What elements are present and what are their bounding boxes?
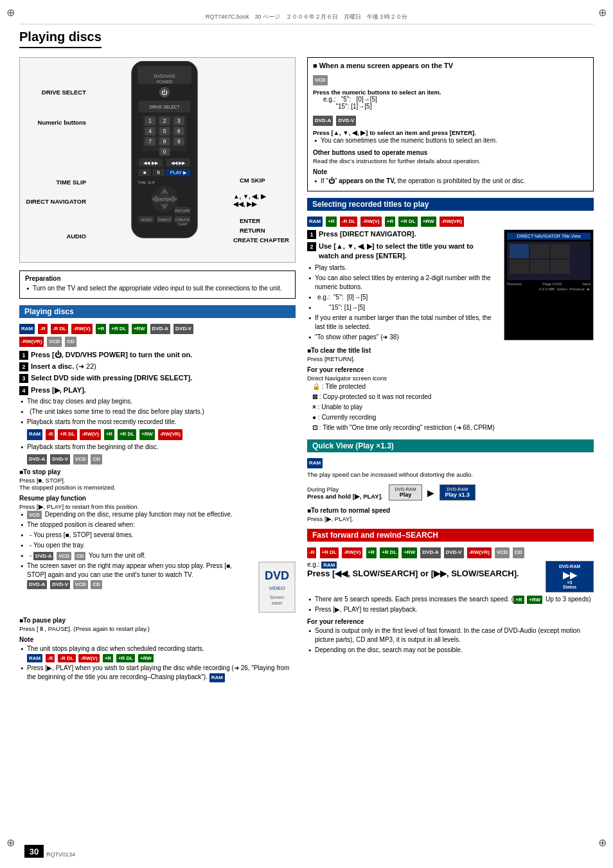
step-num-2: 2	[19, 362, 28, 371]
qv-press-hold: Press and hold [▶, PLAY].	[307, 493, 382, 500]
label-numeric: Numeric buttons	[25, 119, 86, 127]
badge-rplusdl: +R DL	[109, 324, 128, 334]
svg-text:⏻: ⏻	[162, 89, 168, 96]
nav-item-4	[510, 260, 529, 274]
nav-item-1	[510, 244, 529, 258]
play-indicator: DVD-RAM Play ▶ DVD-RAM Play x1.3	[389, 484, 475, 500]
clear-list-heading: ■To clear the title list	[307, 347, 594, 354]
play-x13-label: Play x1.3	[445, 492, 470, 498]
stop-bullet-vcd: VCD Depending on the disc, resume play f…	[27, 510, 296, 519]
remote-svg: DVD/VHS POWER ⏻ DRIVE SELECT 1 2 3 4	[81, 61, 248, 241]
sel-badge-rplus: +R	[326, 217, 336, 227]
nav-thumb-inner	[507, 242, 591, 280]
note-bullet-1: The unit stops playing a disc when sched…	[27, 644, 296, 662]
sel-bullet-play: Play starts.	[315, 263, 493, 272]
sel-badge-rwv: -RW(V)	[360, 217, 382, 227]
svg-text:CHAP: CHAP	[177, 222, 188, 226]
ff-heading: Fast forward and rewind–SEARCH	[307, 529, 594, 542]
sel-step-text-1: Press [DIRECT NAVIGATOR].	[319, 229, 416, 239]
sel-step-text-2: Use [▲, ▼, ◀, ▶] to select the title you…	[319, 242, 493, 261]
play-box-fast: DVD-RAM Play x1.3	[440, 484, 476, 500]
ff-reference: For your reference Sound is output only …	[307, 618, 594, 655]
step-text-2: Insert a disc. (➜ 22)	[31, 362, 96, 371]
ff-bullet-1: There are 5 search speeds. Each press in…	[315, 595, 594, 604]
resume-text: Press [▶, PLAY] to restart from this pos…	[19, 503, 296, 510]
other-buttons-heading: Other buttons used to operate menus	[313, 149, 588, 156]
ff-ref-bullets: Sound is output only in the first level …	[307, 626, 594, 655]
badge-dvda-menu: DVD-A	[313, 116, 333, 126]
note-bullet-2: Press [▶, PLAY] when you wish to start p…	[27, 664, 296, 682]
normal-speed-text: Press [▶, PLAY].	[307, 515, 594, 522]
icon-onetime: ⊡ : Title with "One time only recording"…	[312, 423, 594, 433]
ref-heading: For your reference	[307, 366, 594, 373]
selecting-content: 1 Press [DIRECT NAVIGATOR]. 2 Use [▲, ▼,…	[307, 229, 594, 342]
nav-thumb-row-2	[510, 260, 588, 274]
stop-play-heading: ■To stop play	[19, 468, 296, 475]
stop-bullets: VCD Depending on the disc, resume play f…	[19, 510, 296, 613]
dvd-ram-label-2: DVD-RAM	[445, 487, 470, 492]
qv-play-area: During Play Press and hold [▶, PLAY]. DV…	[307, 482, 594, 503]
svg-text:6: 6	[177, 128, 181, 134]
icon-unable: × : Unable to play	[312, 402, 594, 412]
step-num-1: 1	[19, 351, 28, 360]
step-text-1: Press [⏻, DVD/VHS POWER] to turn the uni…	[31, 350, 192, 360]
svg-text:0: 0	[163, 148, 166, 155]
ff-badge-dvda: DVD-A	[420, 547, 440, 558]
search-label-x3: ×3	[550, 580, 589, 585]
ff-ref-bullet-1: Sound is output only in the first level …	[315, 626, 594, 644]
search-thumb-label-1: DVD-RAM	[550, 564, 589, 569]
sel-badge-rplusdl: +R DL	[398, 217, 417, 227]
nav-item-2	[530, 244, 549, 258]
dvd-logo: DVD	[265, 568, 289, 584]
svg-text:DVD/VHS: DVD/VHS	[154, 73, 175, 79]
menu-note-box: Note If "⏻" appears on the TV, the opera…	[313, 168, 588, 186]
ff-badge-rplus: +R	[366, 547, 377, 558]
step4-bullets: The disc tray closes and play begins. (T…	[19, 397, 296, 465]
svg-text:RETURN: RETURN	[175, 209, 190, 213]
reference-section: For your reference Direct Navigator scre…	[307, 366, 594, 433]
ff-bullets: There are 5 search speeds. Each press in…	[307, 595, 594, 614]
page-number: 30	[24, 845, 44, 858]
quick-view-heading: Quick View (Play ×1.3)	[307, 439, 594, 452]
label-audio: AUDIO	[25, 233, 86, 240]
main-layout: DRIVE SELECT Numeric buttons TIME SLIP D…	[19, 57, 594, 684]
play-label: Play	[395, 492, 416, 498]
selecting-badges: RAM +R -R DL -RW(V) +R +R DL +RW -RW(VR)	[307, 215, 594, 227]
nav-footer-info: 0.0 0 MB Select Previous ►	[507, 287, 591, 291]
ff-ref-heading: For your reference	[307, 618, 594, 625]
sel-badge-ram: RAM	[307, 217, 323, 227]
badge-vcd-menu: VCD	[313, 75, 328, 85]
step4-bullet-3: Playback starts from the most recently r…	[27, 418, 296, 439]
svg-text:DIRECT: DIRECT	[158, 218, 172, 222]
sel-step-num-2: 2	[307, 242, 316, 251]
label-direct-nav: DIRECT NAVIGATOR	[25, 198, 86, 206]
sel-badge-rw: +RW	[421, 217, 436, 227]
corner-mark-br: ⊕	[598, 837, 607, 849]
sel-step2-bullets: Play starts. You can also select titles …	[307, 263, 493, 342]
stop-bullet-open: - You open the tray.	[27, 541, 296, 550]
label-drive-select: DRIVE SELECT	[25, 89, 86, 96]
pause-text: Press [⏸, PAUSE]. (Press again to restar…	[19, 625, 296, 632]
step-2: 2 Insert a disc. (➜ 22)	[19, 362, 296, 371]
play-box-normal: DVD-RAM Play	[389, 484, 422, 500]
screen-saver-box: DVD VIDEO Screen saver	[258, 562, 296, 613]
sel-bullet-more-pages: "To show other pages" (➜ 38)	[315, 333, 493, 342]
nav-footer-prev: Previous	[507, 282, 522, 286]
video-text: VIDEO	[265, 585, 289, 592]
quick-view-section: Quick View (Play ×1.3) RAM The play spee…	[307, 439, 594, 523]
ff-badge-rplusdl: +R DL	[380, 547, 398, 558]
step-1: 1 Press [⏻, DVD/VHS POWER] to turn the u…	[19, 350, 296, 360]
stop-bullet-screensaver: The screen saver on the right may appear…	[27, 562, 296, 613]
nav-thumb-bar: DIRECT NAVIGATOR Title View	[507, 233, 591, 240]
corner-mark-tr: ⊕	[598, 6, 607, 19]
note-label: Note	[19, 636, 296, 643]
badge-rw: +RW	[132, 324, 147, 334]
svg-text:◀◀  ▶▶: ◀◀ ▶▶	[143, 160, 158, 166]
badge-dvdv-menu: DVD-V	[336, 116, 356, 126]
rqtv-code: RQTV0134	[46, 851, 75, 858]
step-4: 4 Press [▶, PLAY].	[19, 385, 296, 395]
ff-bullet-2: Press [▶, PLAY] to restart playback.	[315, 605, 594, 614]
nav-thumb-row-1	[510, 244, 588, 258]
ff-badge-rw: +RW	[402, 547, 417, 558]
dvda-bullets: You can sometimes use the numeric button…	[313, 136, 588, 145]
